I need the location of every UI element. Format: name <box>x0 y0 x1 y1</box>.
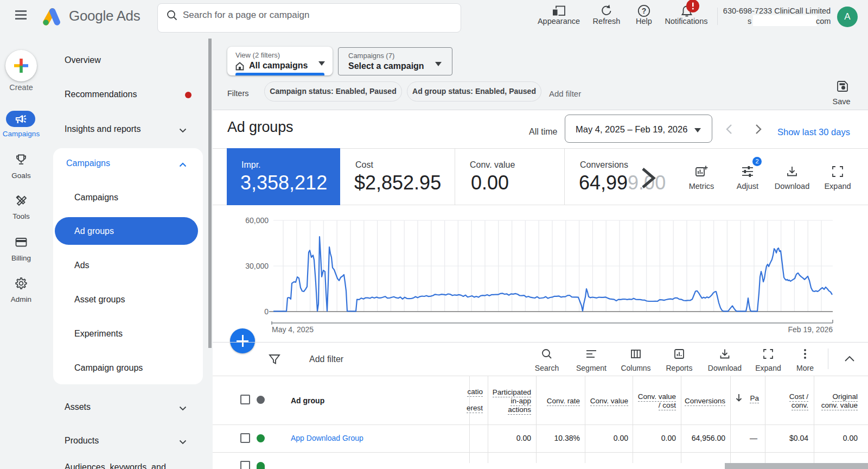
svg-text:0: 0 <box>264 307 269 316</box>
svg-text:Feb 19, 2026: Feb 19, 2026 <box>788 325 833 334</box>
svg-text:May 4, 2025: May 4, 2025 <box>272 325 314 334</box>
svg-text:60,000: 60,000 <box>245 216 269 225</box>
svg-text:?: ? <box>642 7 647 15</box>
svg-text:30,000: 30,000 <box>245 262 269 270</box>
